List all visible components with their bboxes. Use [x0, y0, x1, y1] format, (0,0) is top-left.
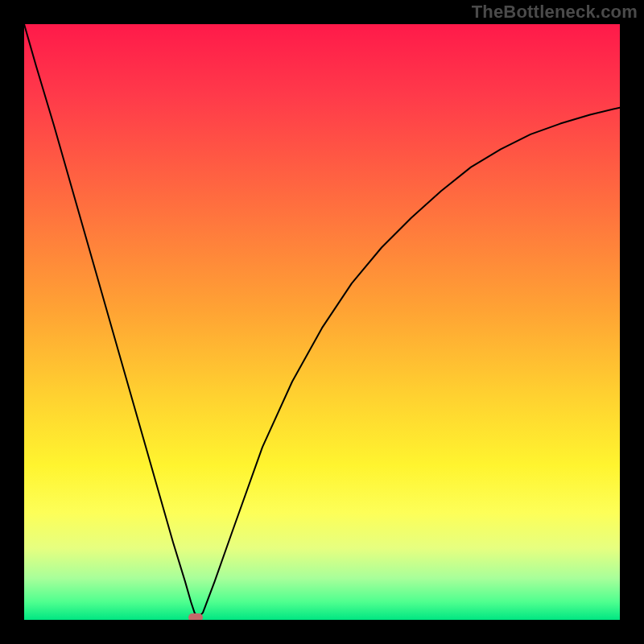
minimum-marker: [188, 613, 203, 620]
watermark-text: TheBottleneck.com: [472, 2, 638, 23]
curve-line: [24, 24, 620, 620]
chart-frame: TheBottleneck.com: [0, 0, 644, 644]
plot-area: [24, 24, 620, 620]
